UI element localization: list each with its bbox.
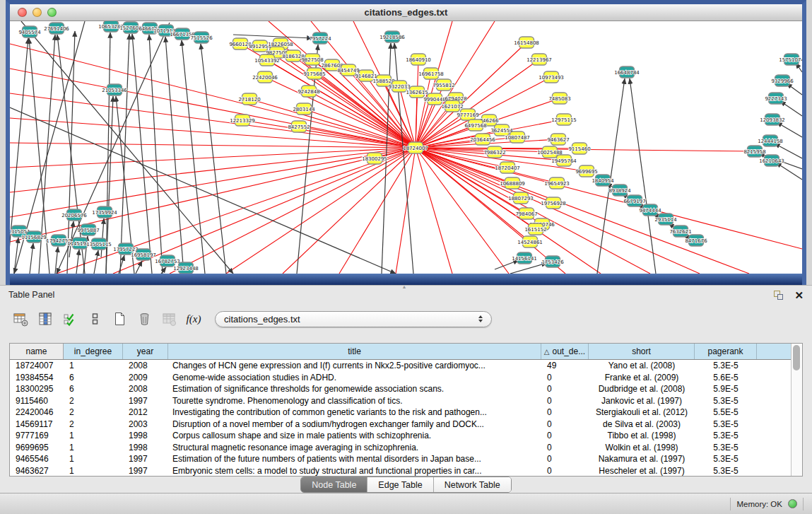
cell-name[interactable]: 9463627 <box>10 466 64 476</box>
graph-edge[interactable] <box>396 148 416 274</box>
cell-title[interactable]: Genome-wide association studies in ADHD. <box>168 373 541 382</box>
graph-edge[interactable] <box>339 148 416 274</box>
cell-pagerank[interactable]: 5.3E-5 <box>695 466 757 476</box>
cell-pagerank[interactable]: 5.3E-5 <box>695 419 757 429</box>
import-table-icon[interactable] <box>160 310 178 328</box>
cell-pagerank[interactable]: 5.3E-5 <box>695 443 757 452</box>
cell-in_degree[interactable]: 1 <box>64 466 123 476</box>
scrollbar-thumb[interactable] <box>793 345 800 370</box>
cell-title[interactable]: Investigating the contribution of common… <box>168 407 541 417</box>
cell-short[interactable]: Dudbridge et al. (2008) <box>589 384 695 394</box>
panel-resize-handle[interactable]: ▲ <box>400 285 408 288</box>
table-row[interactable]: 911546021997Tourette syndrome. Phenomeno… <box>10 395 791 407</box>
cell-name[interactable]: 9465546 <box>10 454 64 464</box>
cell-title[interactable]: Tourette syndrome. Phenomenology and cla… <box>168 396 541 406</box>
cell-year[interactable]: 1997 <box>123 454 168 464</box>
graph-node[interactable]: 16961758 <box>418 68 444 79</box>
citation-network-graph[interactable]: 9405574276914061065328715276026466162107… <box>10 21 802 274</box>
graph-edge[interactable] <box>776 163 802 180</box>
graph-node[interactable]: 15751074 <box>779 54 802 65</box>
cell-in_degree[interactable]: 1 <box>64 431 123 440</box>
cell-pagerank[interactable]: 5.3E-5 <box>695 396 757 406</box>
cell-title[interactable]: Structural magnetic resonance image aver… <box>168 443 541 452</box>
show-columns-icon[interactable] <box>36 310 54 328</box>
cell-title[interactable]: Corpus callosum shape and size in male p… <box>168 431 541 440</box>
cell-short[interactable]: Stergiakouli et al. (2012) <box>589 407 695 417</box>
cell-year[interactable]: 1997 <box>123 396 168 406</box>
graph-node[interactable]: 16154808 <box>514 37 539 48</box>
cell-short[interactable]: Jankovic et al. (1997) <box>589 396 695 406</box>
cell-out_de[interactable]: 0 <box>541 431 589 440</box>
cell-title[interactable]: Embryonic stem cells: a model to study s… <box>168 466 541 476</box>
cell-in_degree[interactable]: 6 <box>64 373 123 382</box>
cell-out_de[interactable]: 0 <box>541 419 589 429</box>
table-vertical-scrollbar[interactable] <box>791 344 802 476</box>
cell-short[interactable]: Wolkin et al. (1998) <box>589 443 695 452</box>
tab-edge-table[interactable]: Edge Table <box>367 477 433 492</box>
graph-node[interactable]: 9699695 <box>575 165 597 177</box>
table-selector-dropdown[interactable]: citations_edges.txt <box>215 311 492 327</box>
graph-node[interactable]: 19218586 <box>379 31 405 42</box>
graph-edge[interactable] <box>182 40 205 274</box>
graph-node[interactable]: 8215958 <box>743 146 765 157</box>
graph-node[interactable]: 7632621 <box>669 226 691 237</box>
cell-pagerank[interactable]: 5.6E-5 <box>695 373 757 382</box>
column-header-pagerank[interactable]: pagerank <box>695 344 757 359</box>
graph-edge[interactable] <box>394 43 413 274</box>
cell-year[interactable]: 2008 <box>123 384 168 394</box>
create-column-icon[interactable] <box>110 310 129 328</box>
tab-network-table[interactable]: Network Table <box>433 477 511 492</box>
cell-name[interactable]: 14569117 <box>10 419 64 429</box>
graph-node[interactable]: 9329966 <box>771 75 794 86</box>
table-row[interactable]: 969969511998Structural magnetic resonanc… <box>10 442 791 454</box>
cell-in_degree[interactable]: 6 <box>64 384 123 394</box>
cell-out_de[interactable]: 0 <box>541 443 589 452</box>
column-header-out_de[interactable]: △out_de... <box>541 344 589 359</box>
graph-edge[interactable] <box>55 247 58 274</box>
cell-out_de[interactable]: 0 <box>541 384 589 394</box>
graph-edge[interactable] <box>30 243 33 274</box>
graph-node[interactable]: 1753426 <box>541 256 564 267</box>
function-builder-button[interactable]: f(x) <box>184 310 203 328</box>
cell-pagerank[interactable]: 5.9E-5 <box>695 384 757 394</box>
network-window-titlebar[interactable]: citations_edges.txt <box>10 4 802 21</box>
graph-node[interactable]: 12213967 <box>526 54 552 65</box>
cell-out_de[interactable]: 0 <box>541 396 589 406</box>
graph-node[interactable]: 8471676 <box>685 235 707 246</box>
graph-node[interactable]: 9660128 <box>229 38 251 49</box>
cell-name[interactable]: 19384554 <box>10 373 64 382</box>
cell-year[interactable]: 2012 <box>123 407 168 417</box>
cell-short[interactable]: de Silva et al. (2003) <box>589 419 695 429</box>
graph-node[interactable]: 16210643 <box>759 155 784 166</box>
row-mode-icon[interactable] <box>86 310 104 328</box>
graph-edge[interactable] <box>165 37 184 274</box>
cell-pagerank[interactable]: 5.3E-5 <box>695 454 757 464</box>
cell-year[interactable]: 2009 <box>123 373 168 382</box>
graph-node[interactable]: 9474444 <box>639 204 661 216</box>
graph-node[interactable]: 9115460 <box>568 143 590 154</box>
graph-node[interactable]: 14524861 <box>517 236 543 247</box>
column-settings-icon[interactable] <box>11 310 30 328</box>
graph-node[interactable]: 7955812 <box>433 79 454 90</box>
graph-edge[interactable] <box>780 101 802 116</box>
table-row[interactable]: 946554611997Estimation of the future num… <box>10 453 791 465</box>
graph-node[interactable]: 16648784 <box>614 66 640 78</box>
cell-title[interactable]: Changes of HCN gene expression and I(f) … <box>168 361 541 370</box>
cell-name[interactable]: 18300295 <box>10 384 64 394</box>
column-header-short[interactable]: short <box>589 344 695 359</box>
graph-edge[interactable] <box>226 148 416 274</box>
cell-out_de[interactable]: 49 <box>541 361 589 370</box>
cell-year[interactable]: 2003 <box>123 419 168 429</box>
graph-node[interactable]: 10973493 <box>539 71 564 83</box>
cell-pagerank[interactable]: 5.3E-5 <box>695 361 757 370</box>
graph-edge[interactable] <box>170 148 416 274</box>
cell-in_degree[interactable]: 1 <box>64 361 123 370</box>
table-row[interactable]: 1872400712008Changes of HCN gene express… <box>10 360 791 372</box>
cell-year[interactable]: 1998 <box>123 443 168 452</box>
cell-out_de[interactable]: 0 <box>541 454 589 464</box>
memory-status-icon[interactable] <box>788 499 797 508</box>
float-panel-icon[interactable] <box>774 291 783 300</box>
cell-in_degree[interactable]: 2 <box>64 419 123 429</box>
graph-edge[interactable] <box>76 250 79 274</box>
graph-node[interactable]: 21053346 <box>102 84 127 95</box>
